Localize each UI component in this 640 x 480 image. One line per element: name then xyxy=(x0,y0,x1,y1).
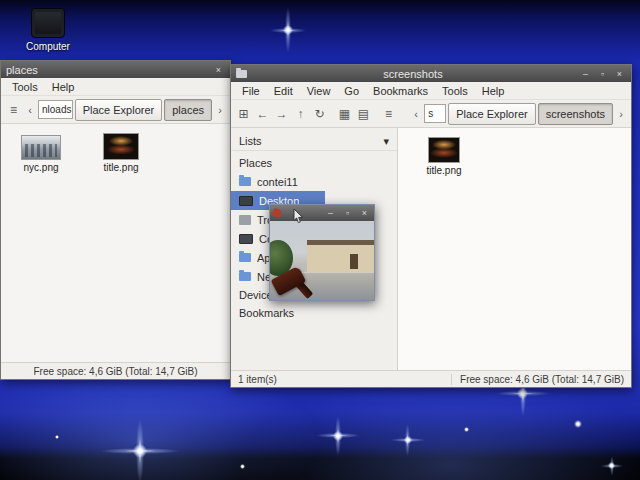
sidebar-item-container[interactable]: contei11 xyxy=(231,172,397,191)
free-space-text: Free space: 4,6 GiB (Total: 14,7 GiB) xyxy=(34,366,198,377)
window-places: places × Tools Help ≡ ‹ nloads Place Exp… xyxy=(0,60,231,380)
screenshots-window-title: screenshots xyxy=(251,68,575,80)
places-toolbar: ≡ ‹ nloads Place Explorer places › xyxy=(1,96,230,124)
up-icon[interactable]: ↑ xyxy=(292,104,309,124)
refresh-icon[interactable]: ↻ xyxy=(311,104,328,124)
menu-view[interactable]: View xyxy=(300,84,338,98)
file-title-png[interactable]: title.png xyxy=(89,134,153,173)
viewer-titlebar[interactable]: – ▫ × xyxy=(270,205,374,221)
folder-icon xyxy=(236,70,247,78)
computer-icon-label: Computer xyxy=(22,41,74,52)
file-label: title.png xyxy=(89,162,153,173)
photo-door xyxy=(350,254,358,269)
screenshots-menubar: File Edit View Go Bookmarks Tools Help xyxy=(231,82,631,100)
places-header-label: Places xyxy=(239,157,272,169)
screenshots-titlebar[interactable]: screenshots – ▫ × xyxy=(231,65,631,82)
forward-chevron-icon[interactable]: › xyxy=(615,104,627,124)
maximize-icon[interactable]: ▫ xyxy=(341,207,354,219)
menu-bookmarks[interactable]: Bookmarks xyxy=(366,84,435,98)
sidebar-section-places: Places xyxy=(231,154,397,172)
mouse-pointer-icon xyxy=(293,209,304,228)
window-image-viewer: – ▫ × xyxy=(269,204,375,301)
computer-icon xyxy=(31,8,65,38)
menu-go[interactable]: Go xyxy=(337,84,366,98)
places-file-area: nyc.png title.png xyxy=(1,124,230,362)
close-icon[interactable]: × xyxy=(212,64,225,76)
back-icon[interactable]: ← xyxy=(254,104,271,124)
places-titlebar[interactable]: places × xyxy=(1,61,230,78)
path-input[interactable]: s xyxy=(424,104,446,123)
file-nyc-png[interactable]: nyc.png xyxy=(9,136,73,173)
trash-icon xyxy=(239,215,251,225)
lists-label: Lists xyxy=(239,135,262,147)
menu-tools[interactable]: Tools xyxy=(5,80,45,94)
places-menubar: Tools Help xyxy=(1,78,230,96)
path-input[interactable]: nloads xyxy=(38,100,73,119)
places-statusbar: Free space: 4,6 GiB (Total: 14,7 GiB) xyxy=(1,362,230,379)
new-tab-icon[interactable]: ⊞ xyxy=(235,104,252,124)
folder-icon xyxy=(239,253,251,262)
close-icon[interactable]: × xyxy=(613,68,626,80)
image-thumbnail xyxy=(429,138,459,162)
tab-screenshots[interactable]: screenshots xyxy=(538,103,613,125)
close-icon[interactable]: × xyxy=(358,207,371,219)
computer-icon xyxy=(239,234,253,244)
desktop-icon xyxy=(239,196,253,206)
screenshots-toolbar: ⊞ ← → ↑ ↻ ▦ ▤ ≡ ‹ s Place Explorer scree… xyxy=(231,100,631,128)
chevron-down-icon: ▾ xyxy=(383,135,389,148)
image-thumbnail xyxy=(22,136,60,159)
desktop-wallpaper: Computer places × Tools Help ≡ ‹ nloads … xyxy=(0,0,640,480)
forward-icon[interactable]: → xyxy=(273,104,290,124)
file-title-png[interactable]: title.png xyxy=(412,138,476,176)
forward-chevron-icon[interactable]: › xyxy=(214,100,226,120)
hammer-cursor-icon xyxy=(271,254,319,300)
menu-file[interactable]: File xyxy=(235,84,267,98)
list-view-icon[interactable]: ▤ xyxy=(355,104,372,124)
place-explorer-button[interactable]: Place Explorer xyxy=(75,99,163,121)
bookmarks-header-label: Bookmarks xyxy=(239,307,294,319)
hamburger-menu-icon[interactable]: ≡ xyxy=(5,100,22,120)
sidebar-section-bookmarks[interactable]: Bookmarks xyxy=(231,304,397,322)
back-chevron-icon[interactable]: ‹ xyxy=(410,104,422,124)
places-window-title: places xyxy=(6,64,208,76)
menu-help[interactable]: Help xyxy=(475,84,512,98)
screenshots-statusbar: 1 item(s) Free space: 4,6 GiB (Total: 14… xyxy=(231,370,631,387)
back-chevron-icon[interactable]: ‹ xyxy=(24,100,36,120)
sidebar-lists-dropdown[interactable]: Lists ▾ xyxy=(231,132,397,151)
menu-edit[interactable]: Edit xyxy=(267,84,300,98)
tab-places[interactable]: places xyxy=(164,99,212,121)
minimize-icon[interactable]: – xyxy=(324,207,337,219)
menu-help[interactable]: Help xyxy=(45,80,82,94)
desktop-icon-computer[interactable]: Computer xyxy=(22,8,74,52)
folder-icon xyxy=(239,177,251,186)
minimize-icon[interactable]: – xyxy=(579,68,592,80)
file-label: title.png xyxy=(412,165,476,176)
place-explorer-button[interactable]: Place Explorer xyxy=(448,103,536,125)
icon-view-icon[interactable]: ▦ xyxy=(336,104,353,124)
maximize-icon[interactable]: ▫ xyxy=(596,68,609,80)
image-thumbnail xyxy=(104,134,138,159)
viewer-photo[interactable] xyxy=(270,221,374,300)
menu-tools[interactable]: Tools xyxy=(435,84,475,98)
screenshots-file-area: title.png xyxy=(398,128,631,370)
sidebar-item-label: contei11 xyxy=(257,176,298,188)
free-space-text: Free space: 4,6 GiB (Total: 14,7 GiB) xyxy=(451,374,624,385)
file-label: nyc.png xyxy=(9,162,73,173)
viewer-app-icon xyxy=(272,208,282,218)
folder-icon xyxy=(239,272,251,281)
item-count-text: 1 item(s) xyxy=(238,374,277,385)
hamburger-menu-icon[interactable]: ≡ xyxy=(380,104,397,124)
